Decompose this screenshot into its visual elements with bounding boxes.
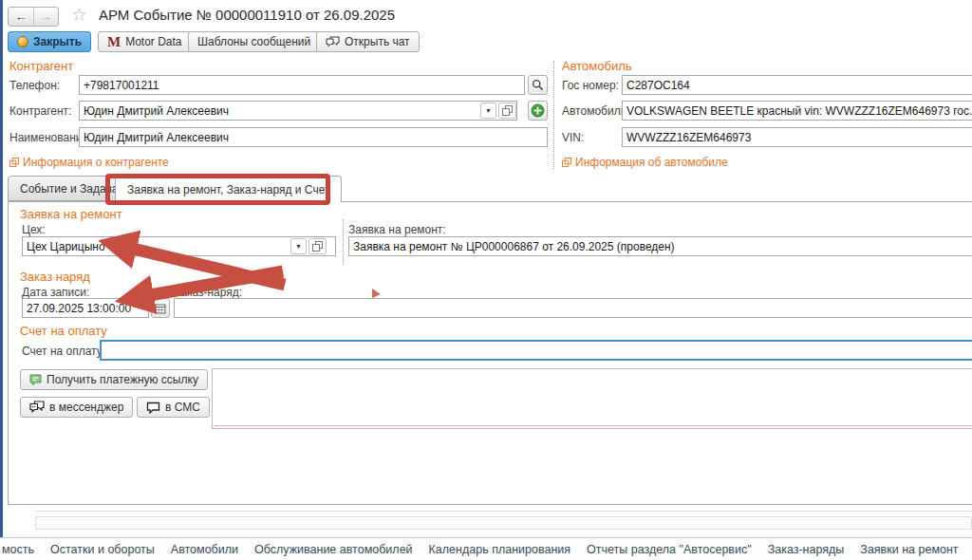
vehicle-info-link-label: Информация об автомобиле — [575, 156, 728, 169]
record-date-label: Дата записи: — [22, 286, 89, 299]
bottom-nav-item[interactable]: Заявки на ремонт — [860, 543, 958, 556]
bottom-nav-item[interactable]: Автомобили — [171, 543, 238, 556]
invoice-input[interactable] — [100, 340, 972, 361]
chat-bubbles-icon — [326, 36, 340, 48]
counterparty-info-link[interactable]: Информация о контрагенте — [9, 156, 169, 169]
counterparty-label: Контрагент: — [9, 104, 71, 118]
chevron-down-icon: ▾ — [486, 106, 490, 115]
vin-input[interactable] — [622, 127, 972, 147]
tab-label: Событие и Задача — [20, 182, 118, 196]
car-input[interactable] — [622, 101, 972, 121]
history-nav-group: ← → — [8, 7, 59, 27]
record-date-input[interactable] — [22, 298, 149, 318]
bottom-nav-item[interactable]: мость — [2, 543, 34, 556]
plate-input[interactable] — [622, 75, 972, 95]
open-chat-button[interactable]: Открыть чат — [316, 31, 420, 52]
close-button[interactable]: Закрыть — [8, 31, 91, 52]
bottom-nav-item[interactable]: Обслуживание автомобилей — [254, 543, 413, 556]
message-templates-button[interactable]: Шаблоны сообщений — [188, 31, 320, 52]
invoice-label: Счет на оплату: — [22, 345, 105, 358]
phone-input[interactable] — [79, 75, 525, 95]
counterparty-info-link-label: Информация о контрагенте — [23, 156, 169, 169]
chevron-down-icon: ▾ — [296, 242, 300, 251]
shop-label: Цех: — [22, 223, 46, 236]
open-form-icon — [312, 241, 323, 252]
bottom-nav-bar: мость Остатки и обороты Автомобили Обслу… — [0, 537, 972, 560]
vehicle-group-title: Автомобиль — [562, 59, 632, 73]
tab-label: Заявка на ремонт, Заказ-наряд и Счет — [127, 183, 329, 196]
page-title: АРМ Событие № 00000011910 от 26.09.2025 — [99, 7, 395, 23]
plate-label: Гос номер: — [562, 79, 619, 92]
back-arrow-button[interactable]: ← — [9, 8, 33, 26]
invoice-section-title: Счет на оплату — [20, 324, 107, 338]
tab-repair-request-order-invoice[interactable]: Заявка на ремонт, Заказ-наряд и Счет — [115, 176, 342, 202]
open-link-icon — [562, 158, 571, 167]
close-button-label: Закрыть — [33, 35, 82, 48]
repair-request-label: Заявка на ремонт: — [348, 223, 446, 236]
work-order-section-title: Заказ наряд — [20, 270, 90, 284]
to-sms-button[interactable]: в СМС — [137, 397, 210, 418]
payment-link-icon — [29, 374, 42, 385]
favorite-star-icon[interactable]: ☆ — [71, 5, 87, 26]
bottom-nav-item[interactable]: Отчеты раздела "Автосервис" — [587, 543, 752, 556]
repair-request-section-title: Заявка на ремонт — [20, 207, 122, 221]
calendar-icon — [155, 303, 166, 314]
column-splitter[interactable] — [553, 61, 554, 169]
open-link-icon — [9, 158, 19, 167]
shop-open-button[interactable] — [308, 238, 327, 254]
work-order-label: Заказ-наряд: — [174, 286, 242, 299]
plus-icon — [531, 103, 545, 118]
spellcheck-red-line — [214, 425, 972, 426]
search-icon — [532, 79, 544, 91]
repair-request-input[interactable] — [348, 236, 972, 256]
bottom-nav-item[interactable]: Заказ-наряды — [768, 543, 845, 556]
shop-input[interactable] — [22, 236, 336, 256]
close-icon — [17, 36, 28, 47]
tab-event-and-task[interactable]: Событие и Задача — [8, 176, 130, 201]
car-label: Автомобиль: — [562, 104, 629, 118]
work-order-input[interactable] — [174, 298, 972, 318]
field-splitter[interactable] — [343, 219, 344, 265]
motor-data-button[interactable]: M Motor Data — [98, 31, 192, 52]
message-templates-label: Шаблоны сообщений — [197, 35, 310, 48]
phone-search-button[interactable] — [528, 75, 548, 95]
get-payment-link-label: Получить платежную ссылку — [47, 373, 198, 386]
motor-data-label: Motor Data — [125, 35, 181, 48]
window-left-border — [0, 0, 3, 537]
name-input[interactable] — [79, 127, 548, 147]
message-textarea[interactable] — [212, 368, 972, 429]
motor-data-icon: M — [107, 34, 121, 50]
open-chat-label: Открыть чат — [345, 35, 410, 48]
splitter-line — [35, 511, 972, 512]
shop-dropdown-button[interactable]: ▾ — [290, 238, 307, 254]
vin-label: VIN: — [562, 131, 584, 144]
sms-bubble-icon — [146, 401, 160, 414]
to-messenger-label: в мессенджер — [49, 401, 123, 414]
add-counterparty-button[interactable] — [528, 101, 548, 121]
messenger-icon — [29, 401, 45, 414]
counterparty-group-title: Контрагент — [9, 59, 73, 73]
phone-label: Телефон: — [9, 79, 60, 92]
to-messenger-button[interactable]: в мессенджер — [20, 397, 133, 418]
calendar-button[interactable] — [151, 298, 170, 318]
to-sms-label: в СМС — [165, 401, 200, 414]
bottom-nav-item[interactable]: Остатки и обороты — [50, 543, 155, 556]
counterparty-input[interactable] — [79, 101, 517, 121]
collapsed-panel-strip[interactable] — [35, 516, 972, 530]
get-payment-link-button[interactable]: Получить платежную ссылку — [20, 369, 208, 390]
open-form-icon — [502, 105, 513, 116]
tab-content-panel: Заявка на ремонт Цех: ▾ Заявка на ремонт… — [8, 201, 972, 505]
vehicle-info-link[interactable]: Информация об автомобиле — [562, 156, 728, 169]
counterparty-open-button[interactable] — [498, 103, 516, 119]
bottom-nav-item[interactable]: Календарь планирования — [429, 543, 570, 556]
forward-arrow-button[interactable]: → — [33, 8, 58, 26]
counterparty-dropdown-button[interactable]: ▾ — [480, 103, 496, 119]
